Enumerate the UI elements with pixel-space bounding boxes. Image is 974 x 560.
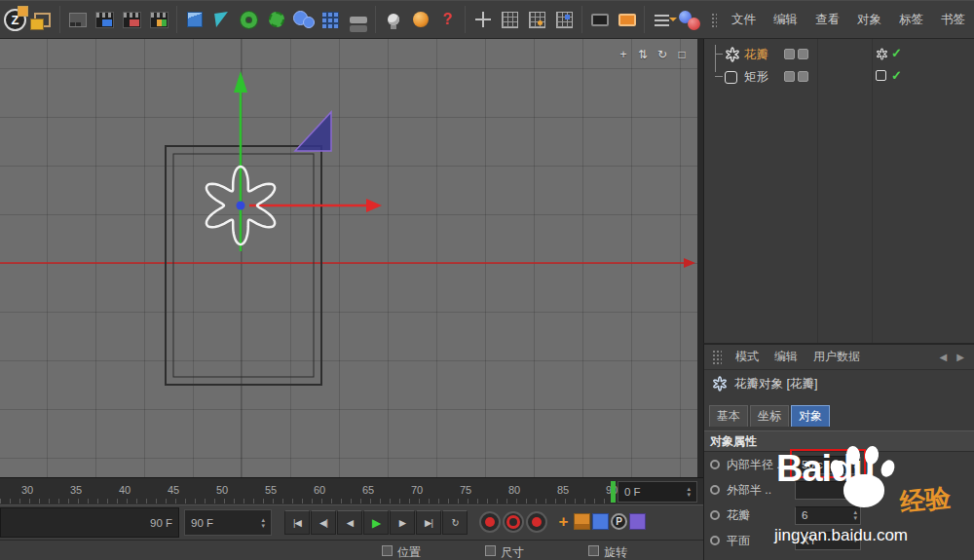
keyframe-dot-icon[interactable]: [710, 485, 720, 495]
window-grid-icon: [69, 13, 87, 27]
user-data-menu[interactable]: 用户数据: [805, 349, 868, 365]
camera-array-button[interactable]: [345, 4, 371, 35]
stepper-down-icon[interactable]: ▾: [687, 492, 691, 498]
editor-visibility-toggle[interactable]: [784, 49, 795, 59]
previous-key-button[interactable]: ◀|: [311, 510, 336, 535]
parameter-icon: P: [616, 516, 622, 527]
object-name[interactable]: 矩形: [744, 69, 768, 86]
enabled-check-icon[interactable]: ✓: [891, 46, 902, 60]
pan-view-icon[interactable]: +: [616, 47, 631, 62]
object-row-rectangle[interactable]: 矩形 ✓: [704, 65, 974, 88]
end-frame-field[interactable]: 90 F ▴▾: [184, 509, 272, 536]
keyframe-mode-button[interactable]: [574, 513, 590, 530]
tab-coordinates[interactable]: 坐标: [750, 405, 789, 427]
editor-visibility-toggle[interactable]: [784, 71, 795, 82]
sort-list-button[interactable]: [649, 4, 675, 35]
render-settings-button[interactable]: [146, 4, 172, 35]
tab-basic[interactable]: 基本: [709, 405, 748, 427]
toolbar-separator: [581, 6, 582, 33]
viewport[interactable]: + ⇅ ↻ □: [0, 39, 697, 477]
menu-object[interactable]: 对象: [848, 12, 890, 28]
zoom-view-icon[interactable]: ⇅: [635, 47, 651, 62]
parameter-record-toggle[interactable]: P: [611, 513, 627, 530]
mode-menu[interactable]: 模式: [728, 349, 767, 365]
loop-button[interactable]: ↻: [442, 510, 468, 535]
help-button[interactable]: ?: [434, 4, 461, 35]
y-axis-handle-arrowhead[interactable]: [234, 71, 247, 93]
window-grid-button[interactable]: [64, 4, 91, 35]
panel-grip-icon[interactable]: [711, 13, 717, 27]
cube-primitive-button[interactable]: [181, 4, 207, 35]
go-to-start-button[interactable]: |◀: [284, 510, 310, 535]
menu-view[interactable]: 查看: [806, 12, 848, 28]
keyframe-dot-icon[interactable]: [710, 536, 720, 545]
sky-button[interactable]: [407, 4, 433, 35]
edit-menu[interactable]: 编辑: [767, 349, 805, 365]
subdivision-surface-button[interactable]: [236, 4, 262, 35]
rotation-icon: [588, 545, 599, 556]
record-keyframe-button[interactable]: [479, 511, 501, 533]
rectangle-spline-outer[interactable]: [166, 146, 321, 385]
autokey-button[interactable]: [503, 511, 524, 533]
maximize-view-icon[interactable]: □: [674, 47, 690, 62]
position-label: 位置: [397, 544, 421, 560]
coordinate-system-button[interactable]: [676, 4, 702, 35]
coordinate-bar: 位置 尺寸 旋转: [0, 540, 703, 560]
current-frame-field[interactable]: 0 F ▴▾: [618, 481, 697, 503]
position-record-toggle[interactable]: [592, 513, 609, 530]
next-frame-button[interactable]: ▶: [390, 510, 415, 535]
menu-bookmarks[interactable]: 书签: [932, 12, 974, 28]
ruler-tick: 55: [265, 484, 277, 496]
timeline-ruler[interactable]: 30 35 40 45 50 55 60 65 70 75 80 85 90 0…: [0, 477, 703, 504]
timeline-range-slider[interactable]: 90 F: [0, 507, 179, 538]
render-view-button[interactable]: [92, 4, 118, 35]
panel-grip-icon[interactable]: [712, 350, 722, 364]
render-visibility-toggle[interactable]: [798, 49, 808, 59]
material-editor-button[interactable]: [614, 4, 640, 35]
menu-tags[interactable]: 标签: [890, 12, 932, 28]
coordinate-spheres-icon: [679, 9, 700, 30]
plane-handle-triangle[interactable]: [295, 112, 331, 151]
array-button[interactable]: [318, 4, 344, 35]
layout-button[interactable]: [29, 4, 56, 35]
rectangle-spline-inner[interactable]: [173, 154, 314, 377]
stepper-down-icon[interactable]: ▾: [261, 523, 265, 529]
object-origin-point[interactable]: [237, 202, 245, 210]
keyframe-dot-icon[interactable]: [710, 510, 720, 520]
pla-record-toggle[interactable]: [629, 513, 646, 530]
tab-object[interactable]: 对象: [791, 405, 830, 427]
stepper-down-icon[interactable]: ▾: [853, 515, 857, 521]
snap-grid-b-button[interactable]: [524, 4, 550, 35]
display-mode-button[interactable]: [586, 4, 613, 35]
current-frame-marker[interactable]: [611, 481, 616, 503]
size-icon: [485, 545, 496, 556]
object-name[interactable]: 花瓣: [744, 47, 768, 63]
render-picture-viewer-button[interactable]: [119, 4, 145, 35]
keyframe-dot-icon[interactable]: [710, 460, 720, 469]
zoom-badge-button[interactable]: Z: [2, 4, 28, 35]
forward-icon[interactable]: ▶: [956, 352, 964, 362]
x-axis-handle-arrowhead[interactable]: [366, 199, 382, 212]
menu-edit[interactable]: 编辑: [765, 12, 806, 28]
snap-grid-c-button[interactable]: [551, 4, 578, 35]
previous-frame-button[interactable]: ◀: [337, 510, 362, 535]
snap-grid-a-button[interactable]: [497, 4, 523, 35]
metaball-button[interactable]: [290, 4, 317, 35]
menu-file[interactable]: 文件: [723, 12, 765, 28]
light-button[interactable]: [380, 4, 406, 35]
render-visibility-toggle[interactable]: [798, 71, 808, 82]
object-row-petal[interactable]: 花瓣 ✓: [704, 43, 974, 65]
enabled-check-icon[interactable]: ✓: [891, 68, 902, 83]
generator-button[interactable]: [263, 4, 289, 35]
add-keyframe-button[interactable]: +: [555, 513, 572, 530]
go-to-end-button[interactable]: ▶|: [416, 510, 441, 535]
axis-snap-button[interactable]: [469, 4, 496, 35]
object-manager[interactable]: 花瓣 ✓ 矩形 ✓: [703, 39, 974, 343]
play-button[interactable]: ▶: [363, 510, 389, 535]
keyframe-selection-button[interactable]: [526, 511, 547, 533]
back-icon[interactable]: ◀: [940, 352, 948, 362]
end-frame-stepper[interactable]: ▴▾: [261, 517, 265, 529]
spline-pen-button[interactable]: [208, 4, 235, 35]
frame-stepper[interactable]: ▴▾: [687, 486, 691, 498]
rotate-view-icon[interactable]: ↻: [655, 47, 670, 62]
